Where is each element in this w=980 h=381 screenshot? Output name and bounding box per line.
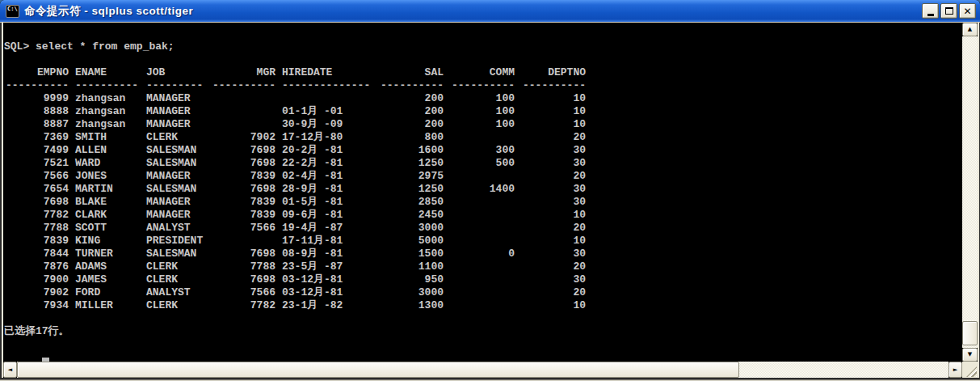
blank-line [4,312,963,325]
table-row: 7839KINGPRESIDENT17-11月-81500010 [4,235,963,248]
cell-empno: 7900 [4,273,69,286]
cell-deptno: 20 [521,131,586,144]
vertical-scroll-track[interactable] [962,36,978,348]
cell-sal: 800 [379,131,444,144]
cell-sal: 950 [379,273,444,286]
cell-ename: JAMES [75,273,143,286]
cell-comm [450,222,515,235]
cell-comm: 1400 [450,183,515,196]
cell-mgr: 7788 [211,260,275,273]
cell-mgr: 7698 [211,157,275,170]
cell-mgr: 7698 [211,248,275,260]
cell-sal: 1100 [379,260,444,273]
cell-comm: 100 [450,105,515,118]
window-title: 命令提示符 - sqlplus scott/tiger [24,4,922,19]
blank-line [4,338,963,351]
cell-job: MANAGER [146,196,208,209]
cell-deptno: 10 [521,105,586,118]
scroll-up-button[interactable]: ▲ [962,23,978,36]
table-row: 7844TURNERSALESMAN769808-9月 -811500030 [4,248,963,260]
scroll-right-button[interactable]: ► [948,362,962,378]
cell-ename: SMITH [75,131,143,144]
cell-deptno: 10 [521,209,586,222]
cell-comm: COMM [450,66,515,79]
cell-hiredate: 17-11月-81 [282,235,376,248]
cell-mgr [211,118,275,131]
horizontal-scroll-track[interactable] [17,362,948,378]
blank-line [4,28,963,40]
cell-comm [450,170,515,183]
cell-sal: 200 [379,105,444,118]
cell-ename: JONES [75,170,143,183]
cell-job: CLERK [146,299,208,312]
minimize-icon [927,14,934,16]
cell-hiredate: 09-6月 -81 [282,209,376,222]
command-prompt-window: C:\ 命令提示符 - sqlplus scott/tiger ✕ SQL> s… [0,0,980,381]
vertical-scroll-thumb[interactable] [962,321,978,345]
cell-mgr: 7839 [211,196,275,209]
table-separator-row: ----------------------------------------… [4,79,963,92]
cell-job: MANAGER [146,209,208,222]
cell-empno: 7782 [4,209,69,222]
command-prompt-icon[interactable]: C:\ [6,5,19,18]
cell-mgr: 7839 [211,209,275,222]
cell-comm [450,196,515,209]
table-row: 7788SCOTTANALYST756619-4月 -87300020 [4,222,963,235]
resize-grip-icon[interactable] [966,366,977,377]
scroll-down-button[interactable]: ▼ [962,348,978,362]
scrollbar-corner [962,362,978,378]
table-row: 7934MILLERCLERK778223-1月 -82130010 [4,299,963,312]
cell-deptno: 30 [521,196,586,209]
cell-ename: ADAMS [75,260,143,273]
table-row: 8888zhangsanMANAGER01-1月 -0120010010 [4,105,963,118]
cell-comm [450,209,515,222]
arrow-down-icon: ▼ [968,352,972,358]
table-row: 7900JAMESCLERK769803-12月-8195030 [4,273,963,286]
horizontal-scroll-thumb[interactable] [17,362,739,378]
cell-sal: 2850 [379,196,444,209]
scroll-left-button[interactable]: ◄ [3,362,17,378]
cell-empno: 7902 [4,286,69,299]
cell-job: SALESMAN [146,157,208,170]
cell-hiredate: 19-4月 -87 [282,222,376,235]
close-button[interactable]: ✕ [959,3,976,19]
cell-ename: zhangsan [75,105,143,118]
cell-job: CLERK [146,131,208,144]
cell-hiredate: 02-4月 -81 [282,170,376,183]
table-row: 7369SMITHCLERK790217-12月-8080020 [4,131,963,144]
cell-hiredate: 23-5月 -87 [282,260,376,273]
cell-job: --------- [146,79,208,92]
cell-comm: ---------- [450,79,515,92]
cell-comm: 0 [450,248,515,260]
cell-job: ANALYST [146,222,208,235]
cell-ename: MILLER [75,299,143,312]
cell-job: SALESMAN [146,183,208,196]
prompt-line[interactable]: SQL> [4,351,963,362]
cell-job: SALESMAN [146,248,208,260]
cell-sal: 1250 [379,157,444,170]
result-summary-line: 已选择17行。 [4,325,963,338]
titlebar[interactable]: C:\ 命令提示符 - sqlplus scott/tiger ✕ [0,0,980,23]
cell-mgr: 7782 [211,299,275,312]
cell-ename: WARD [75,157,143,170]
cell-deptno: 10 [521,118,586,131]
cell-sal: ---------- [379,79,444,92]
minimize-button[interactable] [922,3,939,19]
cell-empno: 9999 [4,92,69,105]
cell-job: MANAGER [146,170,208,183]
terminal-screen[interactable]: SQL> select * from emp_bak; EMPNOENAMEJO… [3,23,963,362]
cell-ename: ALLEN [75,144,143,157]
maximize-button[interactable] [940,3,957,19]
cell-deptno: 30 [521,157,586,170]
vertical-scrollbar: ▲ ▼ [962,23,978,362]
cell-deptno: ---------- [521,79,586,92]
cell-hiredate [282,92,376,105]
cell-deptno: 20 [521,222,586,235]
cell-hiredate: 28-9月 -81 [282,183,376,196]
cell-deptno: 30 [521,144,586,157]
maximize-icon [945,7,953,15]
cell-comm [450,235,515,248]
cell-sal: 3000 [379,222,444,235]
table-row: 9999zhangsanMANAGER20010010 [4,92,963,105]
cell-sal: 200 [379,118,444,131]
